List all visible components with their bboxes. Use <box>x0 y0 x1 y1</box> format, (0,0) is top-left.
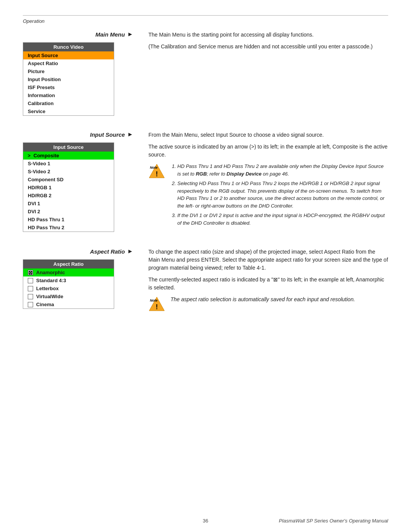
main-menu-heading: Main Menu ► <box>23 31 137 38</box>
aspect-virtualwide-label: VirtualWide <box>36 294 63 299</box>
input-source-hdrgb2[interactable]: HD/RGB 2 <box>23 192 114 200</box>
input-source-left: Input Source ► Input Source > Composite … <box>23 131 137 233</box>
svg-text:Note: Note <box>150 299 158 302</box>
note-icon: ! Note <box>148 163 165 179</box>
aspect-letterbox[interactable]: Letterbox <box>23 284 114 292</box>
aspect-note-paragraph: The aspect ratio selection is automatica… <box>170 296 355 304</box>
menu-item-service[interactable]: Service <box>23 107 114 115</box>
main-menu-title: Runco Video <box>23 43 114 51</box>
aspect-anamorphic-label: Anamorphic <box>36 270 65 275</box>
input-source-hdpt2[interactable]: HD Pass Thru 2 <box>23 224 114 232</box>
active-arrow: > <box>28 153 30 158</box>
checkbox-standard43 <box>28 278 33 283</box>
input-source-component-sd[interactable]: Component SD <box>23 176 114 184</box>
aspect-note-icon: ! Note <box>148 296 165 312</box>
aspect-ratio-right: To change the aspect ratio (size and sha… <box>148 248 388 316</box>
input-source-right: From the Main Menu, select Input Source … <box>148 131 388 233</box>
manual-name: PlasmaWall SP Series Owner's Operating M… <box>279 518 388 524</box>
aspect-cinema[interactable]: Cinema <box>23 300 114 308</box>
aspect-note-text: The aspect ratio selection is automatica… <box>170 296 355 312</box>
aspect-ratio-note: ! Note The aspect ratio selection is aut… <box>148 296 388 312</box>
menu-item-input-position[interactable]: Input Position <box>23 75 114 83</box>
input-source-svideo2[interactable]: S-Video 2 <box>23 168 114 176</box>
aspect-ratio-section: Aspect Ratio ► Aspect Ratio ⊠ Anamorphic… <box>23 248 388 316</box>
input-source-box: Input Source > Composite S-Video 1 S-Vid… <box>23 142 114 232</box>
input-source-title: Input Source <box>23 143 114 152</box>
main-menu-desc1: The Main Menu is the starting point for … <box>148 31 388 39</box>
menu-item-picture[interactable]: Picture <box>23 67 114 75</box>
aspect-ratio-title: Aspect Ratio <box>23 260 114 268</box>
input-source-dvi1[interactable]: DVI 1 <box>23 200 114 208</box>
svg-text:!: ! <box>156 303 158 311</box>
menu-item-isf-presets[interactable]: ISF Presets <box>23 83 114 91</box>
svg-text:Note: Note <box>150 166 158 169</box>
aspect-ratio-desc1: To change the aspect ratio (size and sha… <box>148 248 388 272</box>
input-source-note: ! Note HD Pass Thru 1 and HD Pass Thru 2… <box>148 163 388 229</box>
menu-item-aspect-ratio[interactable]: Aspect Ratio <box>23 59 114 67</box>
note-item-2: Selecting HD Pass Thru 1 or HD Pass Thru… <box>177 180 388 209</box>
page-number: 36 <box>203 518 208 524</box>
checkbox-anamorphic: ⊠ <box>28 270 33 275</box>
aspect-ratio-box: Aspect Ratio ⊠ Anamorphic Standard 4:3 L… <box>23 259 114 309</box>
aspect-standard43-label: Standard 4:3 <box>36 278 66 283</box>
input-source-arrow: ► <box>127 131 133 138</box>
note-item-3: If the DVI 1 or DVI 2 input is active an… <box>177 212 388 227</box>
input-source-hdrgb1[interactable]: HD/RGB 1 <box>23 184 114 192</box>
aspect-virtualwide[interactable]: VirtualWide <box>23 292 114 300</box>
header-label: Operation <box>23 18 45 24</box>
main-menu-desc2: (The Calibration and Service menus are h… <box>148 43 388 51</box>
checkbox-cinema <box>28 302 33 307</box>
input-source-dvi2[interactable]: DVI 2 <box>23 208 114 216</box>
aspect-ratio-arrow: ► <box>127 248 133 255</box>
main-menu-right: The Main Menu is the starting point for … <box>148 31 388 116</box>
page-container: Operation Main Menu ► Runco Video Input … <box>0 0 411 532</box>
input-source-composite[interactable]: > Composite <box>23 152 114 160</box>
input-source-hdpt1[interactable]: HD Pass Thru 1 <box>23 216 114 224</box>
aspect-letterbox-label: Letterbox <box>36 286 59 291</box>
input-source-heading: Input Source ► <box>23 131 137 138</box>
input-source-desc2: The active source is indicated by an arr… <box>148 143 388 159</box>
aspect-ratio-left: Aspect Ratio ► Aspect Ratio ⊠ Anamorphic… <box>23 248 137 316</box>
checkbox-virtualwide <box>28 294 33 299</box>
input-source-svideo1[interactable]: S-Video 1 <box>23 160 114 168</box>
checkbox-letterbox <box>28 286 33 291</box>
aspect-ratio-heading: Aspect Ratio ► <box>23 248 137 255</box>
main-menu-box: Runco Video Input Source Aspect Ratio Pi… <box>23 42 114 116</box>
menu-item-calibration[interactable]: Calibration <box>23 99 114 107</box>
main-menu-section: Main Menu ► Runco Video Input Source Asp… <box>23 31 388 116</box>
main-menu-arrow: ► <box>127 31 133 38</box>
svg-text:!: ! <box>156 170 158 178</box>
aspect-ratio-desc2: The currently-selected aspect ratio is i… <box>148 276 388 292</box>
menu-item-information[interactable]: Information <box>23 91 114 99</box>
main-menu-left: Main Menu ► Runco Video Input Source Asp… <box>23 31 137 116</box>
input-source-desc1: From the Main Menu, select Input Source … <box>148 131 388 139</box>
aspect-standard43[interactable]: Standard 4:3 <box>23 276 114 284</box>
menu-item-input-source[interactable]: Input Source <box>23 51 114 59</box>
input-source-section: Input Source ► Input Source > Composite … <box>23 131 388 233</box>
aspect-anamorphic[interactable]: ⊠ Anamorphic <box>23 268 114 276</box>
note-item-1: HD Pass Thru 1 and HD Pass Thru 2 are av… <box>177 163 388 177</box>
header-bar: Operation <box>23 15 388 24</box>
note-text-block: HD Pass Thru 1 and HD Pass Thru 2 are av… <box>170 163 388 229</box>
aspect-cinema-label: Cinema <box>36 302 54 307</box>
